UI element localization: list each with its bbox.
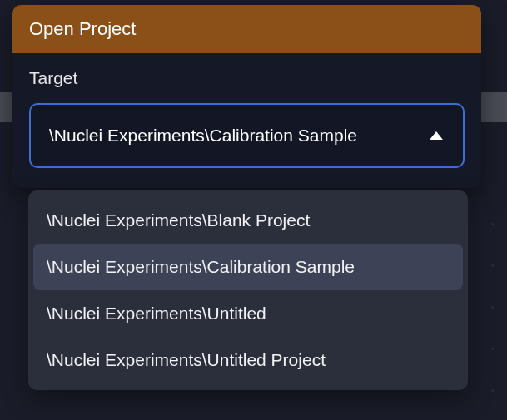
dialog-header: Open Project <box>12 5 481 53</box>
svg-marker-0 <box>430 131 443 140</box>
dialog-body: Target \Nuclei Experiments\Calibration S… <box>12 53 481 188</box>
chevron-up-icon <box>430 128 443 143</box>
target-select[interactable]: \Nuclei Experiments\Calibration Sample <box>29 103 465 168</box>
dialog-title: Open Project <box>29 18 136 40</box>
dropdown-item[interactable]: \Nuclei Experiments\Calibration Sample <box>33 244 463 290</box>
dropdown-item[interactable]: \Nuclei Experiments\Untitled <box>33 290 463 337</box>
target-select-value: \Nuclei Experiments\Calibration Sample <box>49 126 357 146</box>
open-project-dialog: Open Project Target \Nuclei Experiments\… <box>12 5 481 188</box>
dropdown-item[interactable]: \Nuclei Experiments\Blank Project <box>33 197 463 244</box>
target-dropdown: \Nuclei Experiments\Blank Project\Nuclei… <box>28 190 468 390</box>
dropdown-item[interactable]: \Nuclei Experiments\Untitled Project <box>33 337 463 383</box>
target-label: Target <box>29 68 465 88</box>
